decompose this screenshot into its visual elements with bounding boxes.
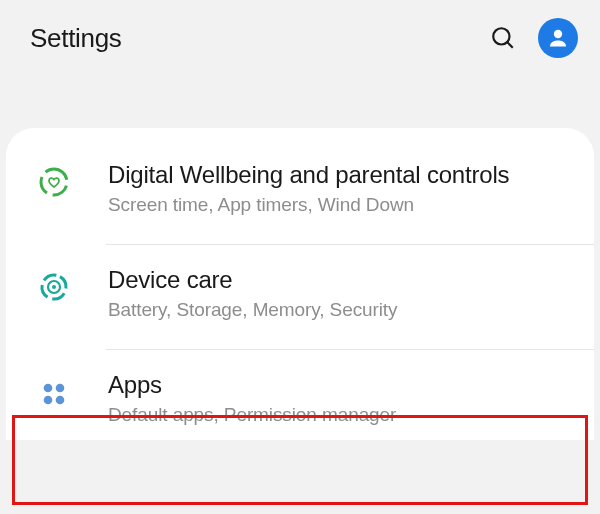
svg-point-9 [44, 396, 53, 405]
settings-item-subtitle: Battery, Storage, Memory, Security [108, 299, 572, 321]
device-care-icon [32, 265, 76, 303]
svg-point-3 [41, 169, 67, 195]
svg-point-8 [56, 384, 65, 393]
settings-list-card: Digital Wellbeing and parental controls … [6, 128, 594, 440]
settings-item-subtitle: Default apps, Permission manager [108, 404, 572, 426]
svg-point-0 [493, 28, 509, 44]
settings-item-device-care[interactable]: Device care Battery, Storage, Memory, Se… [6, 259, 594, 335]
settings-item-title: Device care [108, 265, 572, 295]
settings-item-subtitle: Screen time, App timers, Wind Down [108, 194, 572, 216]
divider [106, 349, 594, 350]
apps-icon [32, 370, 76, 410]
profile-avatar[interactable] [538, 18, 578, 58]
settings-item-text: Digital Wellbeing and parental controls … [108, 160, 572, 216]
settings-item-title: Apps [108, 370, 572, 400]
svg-point-2 [554, 30, 562, 38]
settings-item-apps[interactable]: Apps Default apps, Permission manager [6, 364, 594, 440]
settings-item-title: Digital Wellbeing and parental controls [108, 160, 572, 190]
svg-point-6 [52, 285, 56, 289]
svg-point-7 [44, 384, 53, 393]
header-actions [490, 18, 578, 58]
settings-item-text: Device care Battery, Storage, Memory, Se… [108, 265, 572, 321]
divider [106, 244, 594, 245]
wellbeing-icon [32, 160, 76, 198]
svg-point-10 [56, 396, 65, 405]
svg-line-1 [507, 42, 512, 47]
settings-item-text: Apps Default apps, Permission manager [108, 370, 572, 426]
page-title: Settings [30, 23, 122, 54]
search-icon[interactable] [490, 25, 516, 51]
settings-header: Settings [0, 0, 600, 76]
settings-item-digital-wellbeing[interactable]: Digital Wellbeing and parental controls … [6, 154, 594, 230]
